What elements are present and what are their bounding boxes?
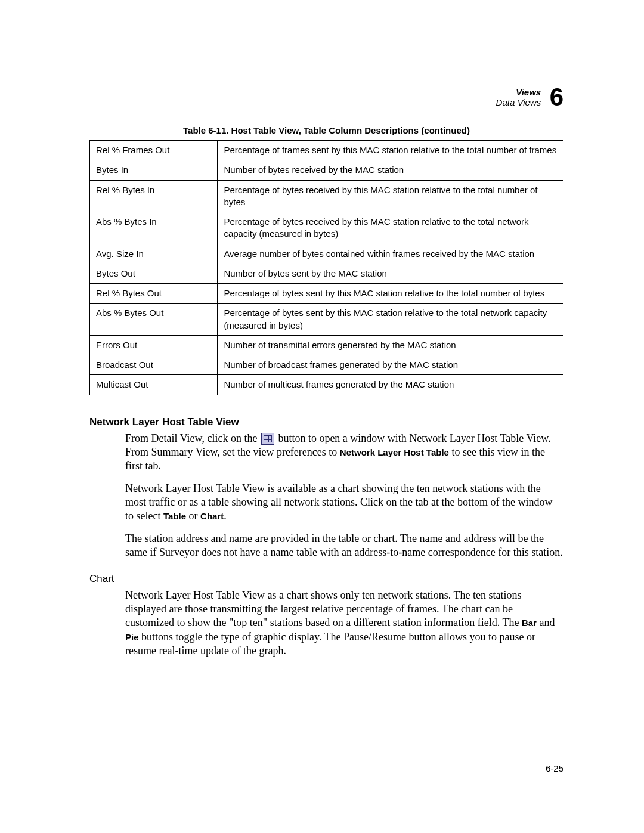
table-row: Abs % Bytes Out Percentage of bytes sent…: [90, 304, 564, 336]
paragraph: The station address and name are provide…: [125, 532, 564, 560]
content: Table 6-11. Host Table View, Table Colum…: [89, 125, 564, 658]
sub-heading: Chart: [89, 573, 564, 585]
text-run: From Detail View, click on the: [125, 432, 260, 444]
column-desc-cell: Percentage of bytes sent by this MAC sta…: [218, 304, 564, 336]
column-desc-cell: Number of broadcast frames generated by …: [218, 355, 564, 375]
ui-label-bold: Table: [163, 511, 186, 521]
ui-label-bold: Chart: [200, 511, 224, 521]
paragraph: Network Layer Host Table View is availab…: [125, 482, 564, 524]
column-desc-cell: Number of multicast frames generated by …: [218, 375, 564, 395]
ui-label-bold: Network Layer Host Table: [340, 447, 449, 457]
column-name-cell: Bytes Out: [90, 264, 218, 283]
column-descriptions-table: Rel % Frames Out Percentage of frames se…: [89, 140, 564, 395]
column-name-cell: Rel % Frames Out: [90, 141, 218, 160]
column-desc-cell: Number of bytes sent by the MAC station: [218, 264, 564, 283]
column-desc-cell: Percentage of bytes sent by this MAC sta…: [218, 284, 564, 304]
table-row: Broadcast Out Number of broadcast frames…: [90, 355, 564, 375]
table-caption: Table 6-11. Host Table View, Table Colum…: [89, 125, 564, 135]
text-run: buttons toggle the type of graphic displ…: [125, 631, 535, 657]
table-row: Rel % Frames Out Percentage of frames se…: [90, 141, 564, 160]
ui-label-bold: Pie: [125, 632, 139, 642]
text-run: and: [537, 617, 555, 628]
section-heading: Network Layer Host Table View: [89, 416, 564, 428]
column-desc-cell: Number of transmittal errors generated b…: [218, 335, 564, 355]
column-name-cell: Avg. Size In: [90, 244, 218, 264]
column-name-cell: Multicast Out: [90, 375, 218, 395]
column-name-cell: Bytes In: [90, 160, 218, 180]
column-desc-cell: Number of bytes received by the MAC stat…: [218, 160, 564, 180]
column-name-cell: Rel % Bytes In: [90, 180, 218, 212]
table-row: Rel % Bytes Out Percentage of bytes sent…: [90, 284, 564, 304]
table-row: Avg. Size In Average number of bytes con…: [90, 244, 564, 264]
table-row: Rel % Bytes In Percentage of bytes recei…: [90, 180, 564, 212]
host-table-toolbar-icon: [261, 433, 274, 445]
column-desc-cell: Percentage of bytes received by this MAC…: [218, 212, 564, 244]
table-row: Errors Out Number of transmittal errors …: [90, 335, 564, 355]
chapter-number: 6: [550, 87, 564, 107]
page-number: 6-25: [546, 763, 564, 773]
column-name-cell: Abs % Bytes Out: [90, 304, 218, 336]
column-name-cell: Broadcast Out: [90, 355, 218, 375]
column-desc-cell: Percentage of frames sent by this MAC st…: [218, 141, 564, 160]
section-title: Data Views: [496, 97, 541, 107]
text-run: .: [224, 510, 227, 522]
column-name-cell: Abs % Bytes In: [90, 212, 218, 244]
header-text: Views Data Views: [496, 86, 541, 108]
paragraph: From Detail View, click on the button to…: [125, 432, 564, 473]
table-row: Bytes Out Number of bytes sent by the MA…: [90, 264, 564, 283]
table-row: Abs % Bytes In Percentage of bytes recei…: [90, 212, 564, 244]
table-row: Bytes In Number of bytes received by the…: [90, 160, 564, 180]
text-run: or: [186, 510, 200, 522]
header-rule: [89, 113, 564, 113]
table-row: Multicast Out Number of multicast frames…: [90, 375, 564, 395]
page-header: Views Data Views 6: [89, 86, 564, 124]
column-desc-cell: Average number of bytes contained within…: [218, 244, 564, 264]
column-desc-cell: Percentage of bytes received by this MAC…: [218, 180, 564, 212]
column-name-cell: Errors Out: [90, 335, 218, 355]
document-page: Views Data Views 6 Table 6-11. Host Tabl…: [0, 0, 644, 833]
chapter-title: Views: [516, 87, 541, 97]
text-run: Network Layer Host Table View as a chart…: [125, 589, 522, 629]
column-name-cell: Rel % Bytes Out: [90, 284, 218, 304]
ui-label-bold: Bar: [522, 618, 537, 628]
paragraph: Network Layer Host Table View as a chart…: [125, 589, 564, 658]
